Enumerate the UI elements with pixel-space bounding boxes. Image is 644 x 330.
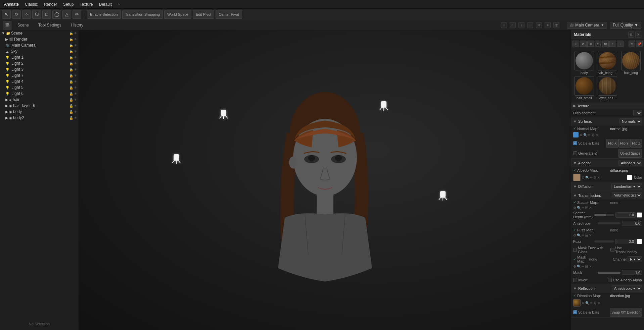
scene-toolbar-icon1[interactable]: + xyxy=(501,22,507,28)
invert-checkbox[interactable]: Invert xyxy=(573,278,588,282)
tool-circle[interactable]: ○ xyxy=(22,10,31,19)
object-space-btn[interactable]: Object Space xyxy=(618,149,642,158)
mat-expand-icon[interactable]: ⊞ xyxy=(628,32,634,38)
am-link[interactable]: ⛓ xyxy=(593,176,597,179)
dr-gear[interactable]: ⚙ xyxy=(582,301,585,305)
surface-section-header[interactable]: ▼ Surface: Normals xyxy=(571,117,644,126)
use-albedo-alpha-checkbox[interactable]: Use Albedo Alpha xyxy=(608,278,642,282)
mk-search[interactable]: 🔍 xyxy=(577,265,581,268)
tool-rotate[interactable]: ⟳ xyxy=(12,10,21,19)
diffusion-section-header[interactable]: ▼ Diffusion: Lambertian ▾ xyxy=(571,182,644,191)
scatter-color[interactable] xyxy=(637,212,642,218)
tree-light4[interactable]: 💡 Light 4 🔒👁 xyxy=(0,78,79,85)
am-edit[interactable]: ✏ xyxy=(590,176,593,179)
mk-delete[interactable]: ✕ xyxy=(589,265,592,268)
sc-search[interactable]: 🔍 xyxy=(577,206,581,210)
texture-section-header[interactable]: ▶ Texture xyxy=(571,102,644,109)
edit-pivot-button[interactable]: Edit Pivot xyxy=(193,10,214,19)
mk-gear[interactable]: ⚙ xyxy=(573,265,576,268)
dr-link[interactable]: ⛓ xyxy=(593,301,597,305)
enable-selection-button[interactable]: Enable Selection xyxy=(87,10,121,19)
nm-delete[interactable]: ✕ xyxy=(595,133,598,137)
light-icon-2[interactable] xyxy=(378,101,389,114)
reflection-type-select[interactable]: Anisotropic ▾ xyxy=(612,285,642,291)
reflection-section-header[interactable]: ▼ Reflection: Anisotropic ▾ xyxy=(571,284,644,293)
dr-edit[interactable]: ✏ xyxy=(590,301,593,305)
sc-gear[interactable]: ⚙ xyxy=(573,206,576,210)
light-icon-1[interactable] xyxy=(218,109,229,122)
center-pivot-button[interactable]: Center Pivot xyxy=(216,10,242,19)
viewport[interactable] xyxy=(79,30,571,330)
scene-toolbar-icon4[interactable]: ⋯ xyxy=(527,22,533,28)
menu-classic[interactable]: Classic xyxy=(22,1,41,7)
transmission-section-header[interactable]: ▼ Transmission: Volumetric Scattering xyxy=(571,191,644,200)
tool-rect[interactable]: □ xyxy=(42,10,51,19)
nm-edit[interactable]: ✏ xyxy=(588,133,591,137)
anisotropy-slider[interactable] xyxy=(598,222,621,224)
scale-bias-checkbox[interactable]: ✓ Scale & Bias xyxy=(573,141,599,145)
scene-toolbar-icon5[interactable]: 🗂 xyxy=(536,22,542,28)
transmission-type-select[interactable]: Volumetric Scattering xyxy=(612,192,642,198)
tree-light7[interactable]: 💡 Light 7 🔒👁 xyxy=(0,72,79,78)
flip-z-btn[interactable]: Flip Z xyxy=(630,139,642,148)
scene-toolbar-icon2[interactable]: ↑ xyxy=(510,22,516,28)
material-hair-small[interactable]: hair_small xyxy=(573,76,595,100)
tab-tool-settings[interactable]: Tool Settings xyxy=(35,22,65,28)
mk-link[interactable]: ⛓ xyxy=(585,265,588,268)
mat-delete-btn[interactable]: ✕ xyxy=(587,41,594,47)
fz-search[interactable]: 🔍 xyxy=(577,233,581,237)
tool-ellipse[interactable]: ◯ xyxy=(52,10,61,19)
diffusion-type-select[interactable]: Lambertian ▾ xyxy=(611,183,642,189)
tree-light1[interactable]: 💡 Light 1 🔒👁 xyxy=(0,54,79,60)
light-icon-4[interactable] xyxy=(438,190,448,204)
translation-snapping-button[interactable]: Translation Snapping xyxy=(122,10,163,19)
mat-pin-btn[interactable]: 📌 xyxy=(636,41,643,47)
albedo-color-swatch[interactable] xyxy=(627,175,632,180)
menu-setup[interactable]: Setup xyxy=(60,1,76,7)
sc-delete[interactable]: ✕ xyxy=(589,206,592,210)
mat-add-btn[interactable]: + xyxy=(572,41,579,47)
nm-gear[interactable]: ⚙ xyxy=(580,133,583,137)
sc-link[interactable]: ⛓ xyxy=(585,206,588,210)
scene-toolbar-icon7[interactable]: 🗑 xyxy=(553,22,559,28)
mk-edit[interactable]: ✏ xyxy=(582,265,584,268)
channel-select[interactable]: R ▾ xyxy=(628,256,642,262)
mat-export-btn[interactable]: ↓ xyxy=(617,41,624,47)
fuzz-color[interactable] xyxy=(637,239,642,244)
material-hair-long[interactable]: hair_long xyxy=(620,51,642,75)
am-gear[interactable]: ⚙ xyxy=(582,176,585,179)
mask-slider[interactable] xyxy=(598,272,621,274)
tree-body2[interactable]: ▶ ◉ body2 🔒👁 xyxy=(0,115,79,121)
menu-animate[interactable]: Animate xyxy=(1,1,21,7)
dr-delete[interactable]: ✕ xyxy=(597,301,600,305)
material-body[interactable]: body xyxy=(573,51,595,75)
generate-z-checkbox[interactable]: Generate Z xyxy=(573,151,597,155)
tree-scene[interactable]: ▼ 📁 Scene 🔒👁 xyxy=(0,30,79,36)
surface-type-select[interactable]: Normals xyxy=(619,118,642,124)
tree-render[interactable]: ▶ 🎬 Render 🔒👁 xyxy=(0,36,79,42)
swap-xy-btn[interactable]: Swap X/Y Direction xyxy=(610,308,642,317)
quality-selector[interactable]: Full Quality ▼ xyxy=(610,22,641,29)
dr-search[interactable]: 🔍 xyxy=(585,301,589,305)
tab-scene[interactable]: Scene xyxy=(14,22,32,28)
mask-fuzz-checkbox[interactable]: Mask Fuzz with Gloss xyxy=(573,246,610,254)
material-layer-base[interactable]: Layer_base_l xyxy=(597,76,619,100)
fz-delete[interactable]: ✕ xyxy=(589,233,592,237)
am-search[interactable]: 🔍 xyxy=(585,176,589,179)
scene-toolbar-icon3[interactable]: ↓ xyxy=(518,22,524,28)
displacement-select[interactable] xyxy=(633,110,642,116)
menu-texture[interactable]: Texture xyxy=(77,1,95,7)
mat-reload-btn[interactable]: ↺ xyxy=(580,41,587,47)
tree-body[interactable]: ▶ ◉ body 🔒👁 xyxy=(0,109,79,115)
tree-hair[interactable]: ▶ ◈ hair 🔒👁 xyxy=(0,97,79,103)
light-icon-3[interactable] xyxy=(171,154,182,167)
tool-pen[interactable]: ✏ xyxy=(73,10,81,19)
am-delete[interactable]: ✕ xyxy=(597,176,600,179)
world-space-button[interactable]: World Space xyxy=(164,10,191,19)
scale-bias-2-checkbox[interactable]: ✓ Scale & Bias xyxy=(573,310,599,314)
mat-import-btn[interactable]: ↑ xyxy=(609,41,616,47)
scatter-depth-slider[interactable] xyxy=(594,214,614,216)
tool-select[interactable]: ↖ xyxy=(2,10,11,19)
scene-toolbar-icon6[interactable]: ≡ xyxy=(545,22,551,28)
mat-grid-btn[interactable]: ⊞ xyxy=(602,41,609,47)
